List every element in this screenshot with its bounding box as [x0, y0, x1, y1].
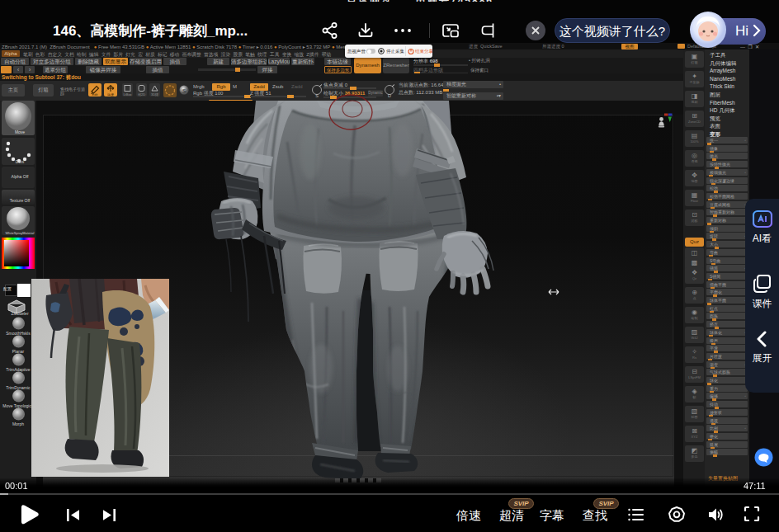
svg-text:S: S: [315, 93, 319, 98]
svg-text:转2D: 转2D: [138, 92, 145, 97]
svg-text:D: D: [388, 93, 391, 98]
svg-text:3D球: 3D球: [151, 92, 158, 97]
svg-text:Edit: Edit: [92, 92, 99, 97]
svg-text:LtBox: LtBox: [123, 92, 131, 97]
svg-text:连接: 连接: [107, 92, 114, 97]
svg-text:S: S: [182, 88, 186, 93]
